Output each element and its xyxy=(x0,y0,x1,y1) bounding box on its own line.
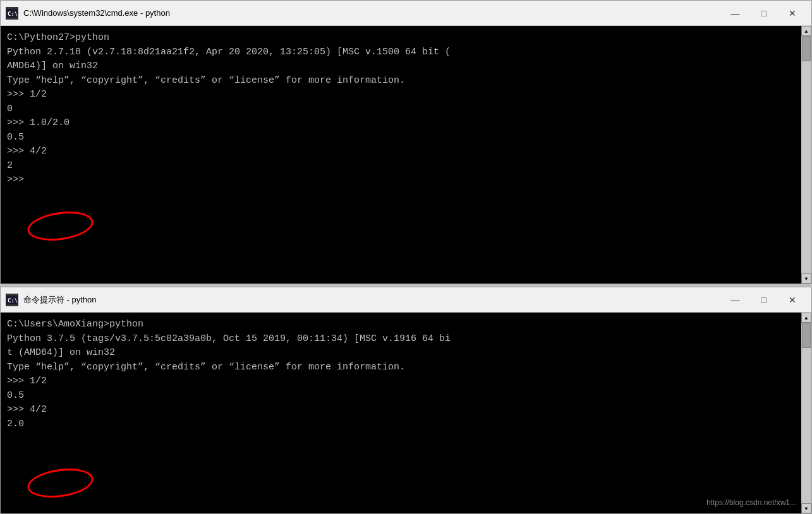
svg-text:C:\: C:\ xyxy=(8,297,18,304)
scroll-down-2[interactable]: ▼ xyxy=(801,503,811,513)
console-line: C:\Python27>python xyxy=(7,31,795,45)
console-line: Type “help”, “copyright”, “credits” or “… xyxy=(7,74,795,88)
svg-text:C:\: C:\ xyxy=(8,11,18,17)
scrollbar-1[interactable]: ▲ ▼ xyxy=(801,26,811,284)
console-line: >>> 4/2 xyxy=(7,145,795,159)
console-line: >>> 1/2 xyxy=(7,88,795,102)
minimize-button-2[interactable]: — xyxy=(721,290,749,309)
watermark: https://blog.csdn.net/xw1... xyxy=(706,497,796,508)
close-button-2[interactable]: ✕ xyxy=(778,290,806,309)
console-line: Python 2.7.18 (v2.7.18:8d21aa21f2, Apr 2… xyxy=(7,45,795,60)
cmd-icon-1: C:\ xyxy=(6,7,18,20)
console-line: 0 xyxy=(7,102,795,117)
console-line: >>> 4/2 xyxy=(7,403,795,417)
annotation-circle-1 xyxy=(25,208,95,244)
scroll-up-1[interactable]: ▲ xyxy=(801,26,811,36)
console-line: 2.0 xyxy=(7,417,795,432)
title-bar-2: C:\ 命令提示符 - python — □ ✕ xyxy=(1,287,811,313)
console-scroll-area-1: C:\Python27>python Python 2.7.18 (v2.7.1… xyxy=(1,26,811,284)
console-line: >>> xyxy=(7,173,795,188)
scrollbar-2[interactable]: ▲ ▼ xyxy=(801,313,811,513)
scroll-track-1 xyxy=(801,36,811,273)
console-line: >>> 1/2 xyxy=(7,374,795,389)
console-line: 0.5 xyxy=(7,131,795,145)
scroll-thumb-1[interactable] xyxy=(802,36,811,61)
cmd-icon-2: C:\ xyxy=(6,294,18,306)
console-line: Type “help”, “copyright”, “credits” or “… xyxy=(7,361,795,375)
window-1: C:\ C:\Windows\system32\cmd.exe - python… xyxy=(0,0,812,284)
window-title-2: 命令提示符 - python xyxy=(23,294,721,306)
scroll-thumb-2[interactable] xyxy=(802,323,811,348)
console-2: C:\Users\AmoXiang>python Python 3.7.5 (t… xyxy=(1,313,801,513)
maximize-button-1[interactable]: □ xyxy=(749,4,778,23)
maximize-button-2[interactable]: □ xyxy=(749,290,778,309)
console-line: C:\Users\AmoXiang>python xyxy=(7,318,795,332)
console-1: C:\Python27>python Python 2.7.18 (v2.7.1… xyxy=(1,26,801,284)
scroll-up-2[interactable]: ▲ xyxy=(801,313,811,323)
console-line: >>> 1.0/2.0 xyxy=(7,116,795,131)
annotation-circle-2 xyxy=(25,465,95,501)
console-line: t (AMD64)] on win32 xyxy=(7,346,795,361)
console-line: AMD64)] on win32 xyxy=(7,59,795,74)
scroll-down-1[interactable]: ▼ xyxy=(801,273,811,284)
window-controls-2: — □ ✕ xyxy=(721,290,806,309)
close-button-1[interactable]: ✕ xyxy=(778,4,806,23)
console-scroll-area-2: C:\Users\AmoXiang>python Python 3.7.5 (t… xyxy=(1,313,811,513)
console-line: Python 3.7.5 (tags/v3.7.5:5c02a39a0b, Oc… xyxy=(7,332,795,347)
window-controls-1: — □ ✕ xyxy=(721,4,806,23)
window-2: C:\ 命令提示符 - python — □ ✕ C:\Users\AmoXia… xyxy=(0,287,812,514)
minimize-button-1[interactable]: — xyxy=(721,4,749,23)
console-line: 0.5 xyxy=(7,389,795,403)
scroll-track-2 xyxy=(801,323,811,503)
title-bar-1: C:\ C:\Windows\system32\cmd.exe - python… xyxy=(1,1,811,26)
window-title-1: C:\Windows\system32\cmd.exe - python xyxy=(23,8,721,18)
console-line: 2 xyxy=(7,159,795,174)
